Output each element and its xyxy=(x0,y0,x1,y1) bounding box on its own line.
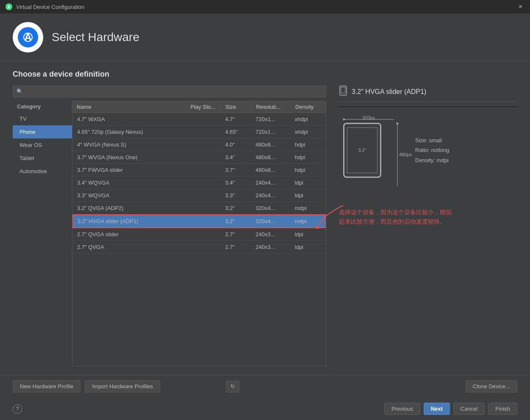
col-header-size[interactable]: Size xyxy=(221,101,252,113)
content-area: Choose a device definition 🔍 Category TV… xyxy=(0,61,530,375)
bottom-left-buttons: New Hardware Profile Import Hardware Pro… xyxy=(13,380,226,392)
previous-button[interactable]: Previous xyxy=(384,403,420,415)
cell-resolution: 240x4... xyxy=(251,189,290,202)
cell-density: ldpi xyxy=(291,189,325,202)
table-row[interactable]: 4.65" 720p (Galaxy Nexus) 4.65" 720x1...… xyxy=(73,126,325,138)
next-button[interactable]: Next xyxy=(424,403,450,415)
app-icon: A xyxy=(5,3,13,11)
table-row[interactable]: 2.7" QVGA slider 2.7" 240x3... ldpi xyxy=(73,228,325,241)
cell-size: 3.3" xyxy=(221,189,251,202)
category-panel: Category TV Phone Wear OS Tablet Automot… xyxy=(13,101,72,366)
col-header-resolution[interactable]: Resoluti... xyxy=(252,101,291,113)
cell-density: hdpi xyxy=(291,164,325,177)
device-visual: 320px 3.2" 480px xyxy=(339,114,517,186)
sidebar-item-tv[interactable]: TV xyxy=(13,112,72,125)
close-button[interactable]: × xyxy=(516,2,525,11)
cell-size: 3.4" xyxy=(221,177,251,189)
sidebar-item-phone[interactable]: Phone xyxy=(13,125,72,138)
table-row[interactable]: 3.3" WQVGA 3.3" 240x4... ldpi xyxy=(73,189,325,202)
col-header-name[interactable]: Name xyxy=(72,101,186,113)
cell-density: ldpi xyxy=(291,177,325,189)
cell-name: 3.4" WQVGA xyxy=(73,177,186,189)
new-hardware-profile-button[interactable]: New Hardware Profile xyxy=(13,380,80,392)
col-header-density[interactable]: Density xyxy=(291,101,326,113)
header-section: A Select Hardware xyxy=(0,14,530,61)
cell-name: 3.2" HVGA slider (ADP1) xyxy=(73,215,186,228)
sidebar-item-tablet[interactable]: Tablet xyxy=(13,152,72,165)
finish-button[interactable]: Finish xyxy=(488,403,517,415)
page-title: Select Hardware xyxy=(52,30,139,44)
cell-resolution: 320x4... xyxy=(251,215,290,228)
cell-resolution: 320x4... xyxy=(251,202,290,215)
help-button[interactable]: ? xyxy=(13,404,22,414)
sidebar-item-wearos[interactable]: Wear OS xyxy=(13,138,72,152)
annotation-text: 选择这个设备，因为这个设备比较小，模拟起来比较方便，而且他的启动速度较快。 xyxy=(339,207,517,227)
spec-ratio: Ratio: notlong xyxy=(415,145,449,155)
cell-play xyxy=(186,177,221,189)
table-row[interactable]: 3.7" FWVGA slider 3.7" 480x8... hdpi xyxy=(73,164,325,177)
clone-device-button[interactable]: Clone Device... xyxy=(466,380,517,392)
cell-name: 3.7" FWVGA slider xyxy=(73,164,186,177)
device-name-label: 3.2" HVGA slider (ADP1) xyxy=(352,88,426,96)
cell-play xyxy=(186,189,221,202)
table-row[interactable]: 2.7" QVGA 2.7" 240x3... ldpi xyxy=(73,241,325,254)
dim-height-arrow xyxy=(395,123,400,186)
footer-nav-buttons: Previous Next Cancel Finish xyxy=(384,403,517,415)
cell-play xyxy=(186,164,221,177)
svg-text:A: A xyxy=(7,5,10,9)
cell-resolution: 480x8... xyxy=(251,151,290,164)
bottom-bar: New Hardware Profile Import Hardware Pro… xyxy=(0,375,530,398)
table-row[interactable]: 3.2" HVGA slider (ADP1) 3.2" 320x4... md… xyxy=(73,215,325,228)
cell-size: 3.2" xyxy=(221,215,251,228)
cell-name: 3.7" WVGA (Nexus One) xyxy=(73,151,186,164)
svg-marker-11 xyxy=(396,123,399,125)
sidebar-item-automotive[interactable]: Automotive xyxy=(13,165,72,178)
title-bar: A Virtual Device Configuration × xyxy=(0,0,530,14)
content-subtitle: Choose a device definition xyxy=(13,70,517,79)
cell-name: 4" WVGA (Nexus S) xyxy=(73,138,186,151)
cell-play xyxy=(186,241,221,254)
cell-play xyxy=(186,228,221,241)
cell-name: 4.7" WXGA xyxy=(73,113,186,126)
device-preview-title: 3.2" HVGA slider (ADP1) xyxy=(339,86,517,102)
device-table: Name Play Sto... Size Resoluti... Densit… xyxy=(72,101,326,113)
main-panel: 🔍 Category TV Phone Wear OS Tablet Autom… xyxy=(13,86,517,366)
table-row[interactable]: 3.4" WQVGA 3.4" 240x4... ldpi xyxy=(73,177,325,189)
col-header-play[interactable]: Play Sto... xyxy=(186,101,221,113)
cell-name: 3.2" QVGA (ADP2) xyxy=(73,202,186,215)
cell-size: 3.2" xyxy=(221,202,251,215)
table-row[interactable]: 3.2" QVGA (ADP2) 3.2" 320x4... mdpi xyxy=(73,202,325,215)
cell-resolution: 720x1... xyxy=(251,113,290,126)
table-scroll[interactable]: 4.7" WXGA 4.7" 720x1... xhdpi 4.65" 720p… xyxy=(72,113,326,254)
cell-name: 4.65" 720p (Galaxy Nexus) xyxy=(73,126,186,138)
dim-diagonal-label: 3.2" xyxy=(358,148,366,153)
cell-resolution: 240x3... xyxy=(251,241,290,254)
cell-density: hdpi xyxy=(291,138,325,151)
dim-height-label: 480px xyxy=(399,152,412,157)
annotation-area: 选择这个设备，因为这个设备比较小，模拟起来比较方便，而且他的启动速度较快。 xyxy=(339,199,517,227)
table-row[interactable]: 4.7" WXGA 4.7" 720x1... xhdpi xyxy=(73,113,325,126)
refresh-button[interactable]: ↻ xyxy=(226,381,239,392)
header-logo: A xyxy=(13,22,43,52)
cell-size: 4.7" xyxy=(221,113,251,126)
phone-diagram: 3.2" xyxy=(343,123,381,178)
cell-play xyxy=(186,113,221,126)
import-hardware-profiles-button[interactable]: Import Hardware Profiles xyxy=(85,380,160,392)
cell-name: 2.7" QVGA xyxy=(73,241,186,254)
cell-resolution: 720x1... xyxy=(251,126,290,138)
table-row[interactable]: 4" WVGA (Nexus S) 4.0" 480x8... hdpi xyxy=(73,138,325,151)
search-input[interactable] xyxy=(25,88,322,95)
cell-density: hdpi xyxy=(291,151,325,164)
left-panel: 🔍 Category TV Phone Wear OS Tablet Autom… xyxy=(13,86,326,366)
cell-play xyxy=(186,215,221,228)
cell-size: 2.7" xyxy=(221,241,251,254)
cell-size: 2.7" xyxy=(221,228,251,241)
table-row[interactable]: 3.7" WVGA (Nexus One) 3.4" 480x8... hdpi xyxy=(73,151,325,164)
title-bar-text: Virtual Device Configuration xyxy=(16,4,516,10)
refresh-icon: ↻ xyxy=(230,383,235,390)
category-label: Category xyxy=(13,101,72,112)
device-table-container: Name Play Sto... Size Resoluti... Densit… xyxy=(72,101,326,366)
svg-marker-8 xyxy=(343,118,346,121)
cancel-button[interactable]: Cancel xyxy=(453,403,485,415)
cell-size: 4.65" xyxy=(221,126,251,138)
